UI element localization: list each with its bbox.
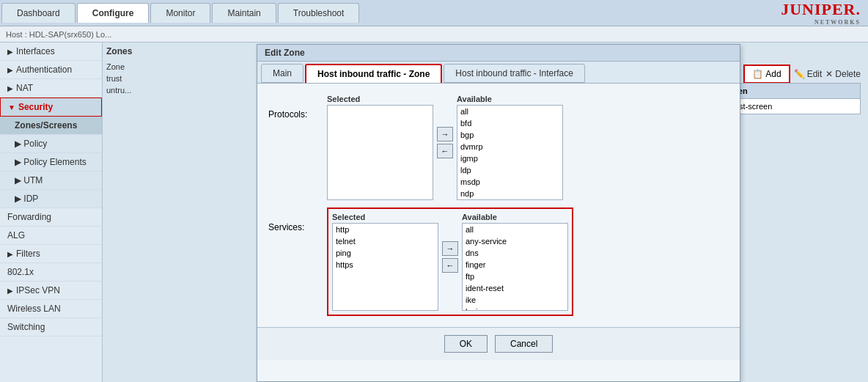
- services-selected-container: Selected http telnet ping https: [332, 213, 438, 311]
- services-available-list[interactable]: all any-service dns finger ftp ident-res…: [462, 223, 568, 311]
- protocols-section: Protocols: Selected → ← Available: [268, 95, 729, 200]
- protocols-add-arrow[interactable]: →: [437, 127, 453, 142]
- list-item[interactable]: dvmrp: [457, 141, 562, 153]
- list-item[interactable]: dns: [463, 247, 567, 259]
- sidebar-item-alg[interactable]: ALG: [0, 227, 102, 245]
- services-section: Services: Selected http telnet ping http…: [268, 207, 729, 316]
- services-add-arrow[interactable]: →: [442, 241, 458, 256]
- tab-host-inbound-zone[interactable]: Host inbound traffic - Zone: [305, 64, 442, 83]
- services-selected-label: Selected: [332, 213, 438, 221]
- sidebar-label-policy-elements: Policy Elements: [23, 157, 86, 167]
- protocols-available-list[interactable]: all bfd bgp dvmrp igmp ldp msdp ndp: [457, 105, 563, 200]
- breadcrumb: Host : HDL-SAP(srx650) Lo...: [0, 26, 868, 43]
- protocols-label: Protocols:: [268, 95, 320, 120]
- list-item[interactable]: ftp: [463, 271, 567, 282]
- sidebar-label-switching: Switching: [7, 322, 45, 332]
- tab-monitor[interactable]: Monitor: [150, 3, 210, 23]
- zones-list: Zone trust untru...: [106, 61, 131, 96]
- list-item[interactable]: all: [457, 106, 562, 117]
- arrow-icon: ▶: [7, 84, 13, 92]
- zone-item-trust[interactable]: trust: [106, 73, 131, 84]
- sidebar-label-zones-screens: Zones/Screens: [15, 120, 77, 131]
- tab-maintain[interactable]: Maintain: [212, 3, 276, 23]
- arrow-icon: ▶: [7, 250, 13, 258]
- arrow-icon: ▶: [7, 287, 13, 295]
- protocols-selected-container: Selected: [327, 95, 433, 200]
- sidebar-item-policy[interactable]: ▶ Policy: [0, 135, 102, 153]
- sidebar-item-switching[interactable]: Switching: [0, 318, 102, 337]
- sidebar-item-8021x[interactable]: 802.1x: [0, 263, 102, 282]
- delete-button[interactable]: ✕ Delete: [825, 69, 861, 79]
- list-item[interactable]: all: [463, 224, 567, 235]
- arrow-icon: ▼: [8, 103, 15, 111]
- list-item[interactable]: ping: [333, 247, 438, 259]
- arrow-icon: ▶: [15, 157, 21, 167]
- add-button[interactable]: 📋 Add: [743, 65, 790, 84]
- juniper-logo: JUNIPER. NETWORKS: [781, 0, 861, 26]
- top-navigation: Dashboard Configure Monitor Maintain Tro…: [0, 0, 868, 26]
- list-item[interactable]: msdp: [457, 176, 562, 188]
- protocols-selected-list[interactable]: [327, 105, 433, 200]
- tab-dashboard[interactable]: Dashboard: [1, 3, 76, 23]
- sidebar-item-security[interactable]: ▼ Security: [0, 98, 102, 117]
- services-selected-list[interactable]: http telnet ping https: [332, 223, 438, 311]
- sidebar-item-nat[interactable]: ▶ NAT: [0, 79, 102, 98]
- sidebar-label-interfaces: Interfaces: [16, 46, 55, 56]
- list-item[interactable]: ndp: [457, 188, 562, 199]
- add-icon: 📋: [752, 69, 763, 79]
- services-transfer: Selected http telnet ping https → ←: [327, 207, 573, 316]
- add-label: Add: [765, 69, 781, 79]
- list-item[interactable]: finger: [463, 259, 567, 271]
- services-label: Services:: [268, 207, 320, 232]
- edit-button[interactable]: ✏️ Edit: [794, 69, 823, 79]
- zone-item-zone[interactable]: Zone: [106, 61, 131, 73]
- list-item[interactable]: igmp: [457, 153, 562, 164]
- sidebar-item-interfaces[interactable]: ▶ Interfaces: [0, 43, 102, 61]
- list-item[interactable]: https: [333, 259, 438, 271]
- list-item[interactable]: http: [333, 224, 438, 235]
- sidebar-item-forwarding[interactable]: Forwarding: [0, 208, 102, 227]
- action-buttons-area: 📋 Add ✏️ Edit ✕ Delete: [743, 65, 861, 84]
- list-item[interactable]: bfd: [457, 117, 562, 129]
- list-item[interactable]: bgp: [457, 129, 562, 141]
- list-item[interactable]: ldp: [457, 164, 562, 176]
- sidebar-item-authentication[interactable]: ▶ Authentication: [0, 61, 102, 79]
- dialog-tabs: Main Host inbound traffic - Zone Host in…: [257, 62, 740, 84]
- tab-troubleshoot[interactable]: Troubleshoot: [278, 3, 360, 23]
- tab-host-inbound-interface[interactable]: Host inbound traffic - Interface: [444, 64, 585, 83]
- main-layout: ▶ Interfaces ▶ Authentication ▶ NAT ▼ Se…: [0, 43, 868, 382]
- sidebar-label-forwarding: Forwarding: [7, 212, 51, 222]
- services-remove-arrow[interactable]: ←: [442, 258, 458, 273]
- ok-button[interactable]: OK: [444, 335, 488, 353]
- sidebar-item-ipsec-vpn[interactable]: ▶ IPSec VPN: [0, 282, 102, 300]
- protocols-arrow-buttons: → ←: [437, 95, 453, 190]
- protocols-selected-label: Selected: [327, 95, 433, 103]
- cancel-button[interactable]: Cancel: [495, 335, 553, 353]
- sidebar-item-wireless-lan[interactable]: Wireless LAN: [0, 300, 102, 318]
- dialog-body: Protocols: Selected → ← Available: [257, 84, 740, 327]
- sidebar-item-filters[interactable]: ▶ Filters: [0, 245, 102, 263]
- protocols-available-label: Available: [457, 95, 563, 103]
- zones-header-area: Zones: [106, 46, 132, 56]
- dialog-title: Edit Zone: [257, 45, 740, 62]
- list-item[interactable]: telnet: [333, 235, 438, 247]
- sidebar-item-zones-screens[interactable]: Zones/Screens: [0, 117, 102, 135]
- zone-item-untrust[interactable]: untru...: [106, 84, 131, 96]
- services-arrow-buttons: → ←: [442, 213, 458, 301]
- sidebar-item-policy-elements[interactable]: ▶ Policy Elements: [0, 153, 102, 172]
- sidebar-item-utm[interactable]: ▶ UTM: [0, 172, 102, 190]
- sidebar-label-ipsec-vpn: IPSec VPN: [16, 285, 60, 295]
- sidebar-label-nat: NAT: [16, 83, 33, 93]
- arrow-icon: ▶: [7, 66, 13, 74]
- list-item[interactable]: ike: [463, 294, 567, 306]
- protocols-transfer: Selected → ← Available all bfd: [327, 95, 563, 200]
- list-item[interactable]: lsnig: [463, 306, 567, 311]
- list-item[interactable]: ident-reset: [463, 282, 567, 294]
- protocols-remove-arrow[interactable]: ←: [437, 144, 453, 158]
- tab-configure[interactable]: Configure: [77, 3, 150, 23]
- sidebar-item-idp[interactable]: ▶ IDP: [0, 190, 102, 208]
- edit-zone-dialog: Edit Zone Main Host inbound traffic - Zo…: [257, 44, 740, 382]
- list-item[interactable]: any-service: [463, 235, 567, 247]
- edit-icon: ✏️: [794, 69, 805, 79]
- tab-main[interactable]: Main: [261, 64, 304, 83]
